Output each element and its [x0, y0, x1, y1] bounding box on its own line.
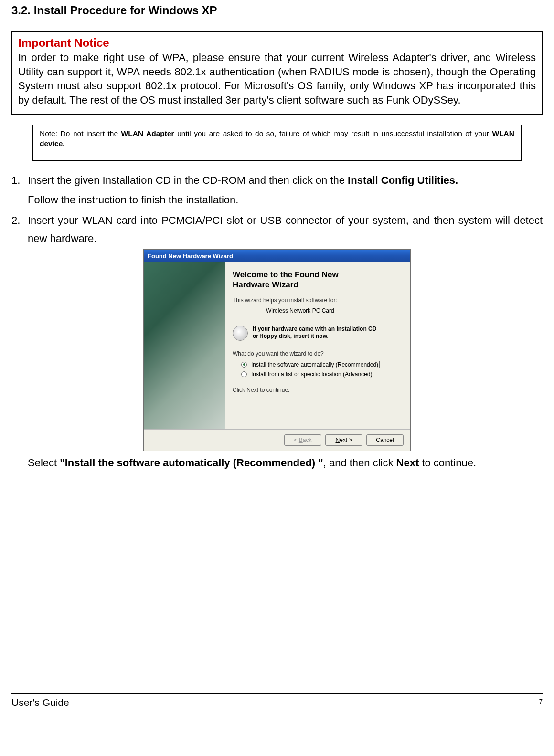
- cancel-button[interactable]: Cancel: [366, 434, 404, 446]
- wizard-helps-text: This wizard helps you install software f…: [233, 297, 402, 304]
- step-1-number: 1.: [11, 171, 28, 189]
- radio-icon: [241, 362, 247, 368]
- wizard-titlebar: Found New Hardware Wizard: [144, 250, 410, 262]
- wizard-dialog: Found New Hardware Wizard Welcome to the…: [143, 249, 411, 451]
- back-button-label: < Back: [294, 437, 311, 443]
- back-button: < Back: [284, 434, 321, 446]
- cd-icon: [233, 326, 248, 341]
- footer-rule: [11, 693, 543, 694]
- post-e: to continue.: [419, 457, 476, 469]
- wizard-cd-line1: If your hardware came with an installati…: [253, 326, 376, 332]
- note-box: Note: Do not insert the WLAN Adapter unt…: [32, 125, 522, 161]
- post-screenshot-instruction: Select "Install the software automatical…: [28, 457, 543, 469]
- footer-guide-label: User's Guide: [11, 697, 69, 708]
- page-footer: User's Guide 7: [11, 693, 543, 715]
- next-button[interactable]: Next >: [325, 434, 362, 446]
- wizard-radio-option-auto[interactable]: Install the software automatically (Reco…: [241, 361, 402, 368]
- wizard-cd-text: If your hardware came with an installati…: [253, 326, 376, 340]
- step-2-number: 2.: [11, 211, 28, 247]
- wizard-heading-l1: Welcome to the Found New: [233, 270, 339, 279]
- footer-page-number: 7: [539, 698, 543, 708]
- note-text-prefix: Note: Do not insert the: [40, 129, 121, 137]
- next-button-label: Next >: [335, 437, 352, 443]
- wizard-side-image: [144, 262, 225, 429]
- step-1: 1. Insert the given Installation CD in t…: [11, 171, 543, 189]
- wizard-body: Welcome to the Found New Hardware Wizard…: [144, 262, 410, 429]
- wizard-radio-label-specific: Install from a list or specific location…: [250, 370, 373, 378]
- wizard-click-next-text: Click Next to continue.: [233, 387, 402, 393]
- important-notice-body: In order to make right use of WPA, pleas…: [18, 51, 536, 107]
- step-1-part-a: Insert the given Installation CD in the …: [28, 174, 348, 186]
- wizard-cd-line2: or floppy disk, insert it now.: [253, 333, 329, 339]
- wizard-device-name: Wireless Network PC Card: [266, 307, 402, 314]
- note-text-bold1: WLAN Adapter: [121, 129, 174, 137]
- wizard-cd-hint: If your hardware came with an installati…: [233, 326, 402, 341]
- radio-icon: [241, 371, 247, 377]
- wizard-screenshot: Found New Hardware Wizard Welcome to the…: [11, 249, 543, 451]
- post-d: Next: [396, 457, 419, 469]
- step-2-text: Insert your WLAN card into PCMCIA/PCI sl…: [28, 211, 543, 247]
- wizard-button-row: < Back Next > Cancel: [144, 429, 410, 451]
- wizard-question: What do you want the wizard to do?: [233, 350, 402, 357]
- post-c: , and then click: [323, 457, 396, 469]
- note-text-mid: until you are asked to do so, failure of…: [177, 129, 492, 137]
- step-2: 2. Insert your WLAN card into PCMCIA/PCI…: [11, 211, 543, 247]
- step-1-follow: Follow the instruction to finish the ins…: [28, 191, 543, 209]
- wizard-main-panel: Welcome to the Found New Hardware Wizard…: [225, 262, 410, 429]
- step-1-bold: Install Config Utilities.: [348, 174, 458, 186]
- wizard-radio-label-auto: Install the software automatically (Reco…: [250, 361, 380, 368]
- wizard-radio-group: Install the software automatically (Reco…: [241, 361, 402, 378]
- wizard-heading: Welcome to the Found New Hardware Wizard: [233, 270, 402, 290]
- steps-list: 1. Insert the given Installation CD in t…: [11, 171, 543, 248]
- wizard-radio-option-specific[interactable]: Install from a list or specific location…: [241, 370, 402, 378]
- post-a: Select: [28, 457, 60, 469]
- important-notice-box: Important Notice In order to make right …: [11, 32, 543, 115]
- section-heading: 3.2. Install Procedure for Windows XP: [11, 4, 543, 17]
- wizard-heading-l2: Hardware Wizard: [233, 280, 298, 289]
- step-1-text: Insert the given Installation CD in the …: [28, 171, 543, 189]
- important-notice-title: Important Notice: [18, 36, 536, 50]
- cancel-button-label: Cancel: [376, 437, 394, 443]
- post-b: "Install the software automatically (Rec…: [60, 457, 323, 469]
